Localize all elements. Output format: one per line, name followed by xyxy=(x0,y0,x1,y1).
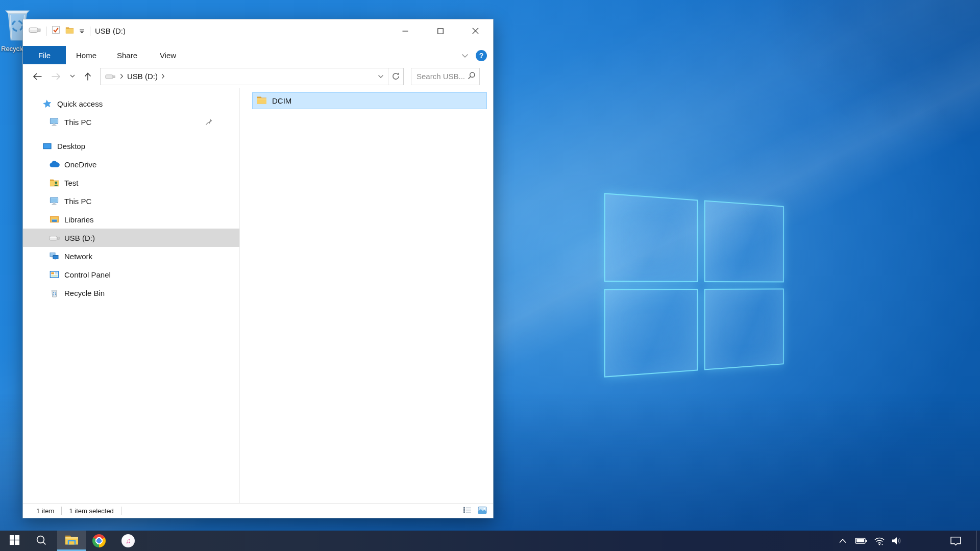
sidebar-item-label: Quick access xyxy=(57,99,103,108)
taskbar-itunes-button[interactable]: ♫ xyxy=(116,531,140,551)
sidebar-item-control-panel[interactable]: Control Panel xyxy=(23,265,239,284)
taskbar-chrome-button[interactable] xyxy=(87,531,111,551)
monitor-icon xyxy=(48,196,60,206)
status-separator xyxy=(121,507,121,515)
window-title: USB (D:) xyxy=(95,27,126,35)
thumbnail-view-icon[interactable] xyxy=(478,506,487,516)
file-explorer-icon xyxy=(65,534,79,548)
control-panel-icon xyxy=(48,270,60,279)
sidebar-item-label: Network xyxy=(64,252,92,261)
sidebar-item-this-pc-pinned[interactable]: This PC xyxy=(23,113,239,131)
windows-logo-pane xyxy=(604,193,698,282)
tab-view[interactable]: View xyxy=(148,46,188,64)
selection-count: 1 item selected xyxy=(69,507,113,515)
sidebar-item-label: Libraries xyxy=(64,215,94,224)
windows-start-icon xyxy=(9,535,20,547)
sidebar-item-recycle-bin[interactable]: Recycle Bin xyxy=(23,284,239,302)
navigation-pane: Quick access This PC xyxy=(23,88,240,503)
breadcrumb-path-segment[interactable]: USB (D:) xyxy=(127,72,158,81)
sidebar-item-usb-d[interactable]: USB (D:) xyxy=(23,229,239,247)
quick-access-toolbar xyxy=(23,26,90,36)
folder-icon xyxy=(257,96,267,106)
usb-drive-icon xyxy=(29,26,41,36)
forward-button[interactable] xyxy=(46,68,66,85)
file-item-name: DCIM xyxy=(272,96,291,105)
tab-home[interactable]: Home xyxy=(66,46,107,64)
toolbar-separator xyxy=(46,27,46,36)
itunes-icon: ♫ xyxy=(121,534,135,547)
customize-qat-chevron-icon[interactable] xyxy=(79,27,85,36)
sidebar-item-test[interactable]: Test xyxy=(23,173,239,192)
onedrive-cloud-icon xyxy=(48,161,60,168)
windows-logo-pane xyxy=(704,288,783,370)
sidebar-item-desktop[interactable]: Desktop xyxy=(23,137,239,155)
tab-file[interactable]: File xyxy=(23,46,66,64)
breadcrumb-chevron-icon[interactable] xyxy=(161,73,165,79)
recycle-bin-icon xyxy=(48,289,60,297)
refresh-icon[interactable] xyxy=(388,68,403,85)
volume-icon[interactable] xyxy=(888,531,905,551)
show-desktop-button[interactable] xyxy=(976,531,980,551)
details-view-icon[interactable] xyxy=(463,506,472,515)
toolbar-separator xyxy=(90,27,90,36)
breadcrumb-chevron-icon[interactable] xyxy=(120,73,124,79)
sidebar-item-quick-access[interactable]: Quick access xyxy=(23,94,239,113)
tray-expand-chevron-icon[interactable] xyxy=(834,531,851,551)
search-icon[interactable] xyxy=(468,71,476,82)
expand-ribbon-chevron-icon[interactable] xyxy=(461,51,469,60)
ribbon-tab-bar: File Home Share View ? xyxy=(23,42,493,64)
taskbar: ♫ xyxy=(0,531,980,551)
properties-checkbox-icon[interactable] xyxy=(52,26,60,36)
network-icon xyxy=(48,252,60,261)
sidebar-item-label: OneDrive xyxy=(64,160,96,169)
taskbar-file-explorer-button[interactable] xyxy=(57,531,86,551)
taskbar-search-button[interactable] xyxy=(29,531,53,551)
usb-drive-icon xyxy=(105,73,115,80)
status-separator xyxy=(61,507,62,515)
close-button[interactable] xyxy=(458,19,493,42)
windows-logo-pane xyxy=(604,289,698,378)
address-dropdown-chevron-icon[interactable] xyxy=(374,68,388,85)
libraries-icon xyxy=(48,215,60,223)
search-input[interactable] xyxy=(415,71,468,81)
music-note-glyph: ♫ xyxy=(126,537,131,545)
pin-icon xyxy=(205,118,213,126)
sidebar-item-network[interactable]: Network xyxy=(23,247,239,265)
sidebar-item-libraries[interactable]: Libraries xyxy=(23,210,239,229)
sidebar-item-onedrive[interactable]: OneDrive xyxy=(23,155,239,173)
sidebar-item-label: Control Panel xyxy=(64,270,111,279)
status-bar: 1 item 1 item selected xyxy=(23,503,493,518)
usb-drive-icon xyxy=(48,235,60,241)
address-bar[interactable]: USB (D:) xyxy=(100,68,404,85)
up-button[interactable] xyxy=(79,68,96,85)
file-item-dcim[interactable]: DCIM xyxy=(252,92,487,109)
sidebar-item-label: Recycle Bin xyxy=(64,289,105,297)
wifi-icon[interactable] xyxy=(871,531,888,551)
sidebar-item-this-pc[interactable]: This PC xyxy=(23,192,239,210)
help-icon[interactable]: ? xyxy=(476,50,487,61)
sidebar-item-label: Test xyxy=(64,179,79,187)
windows-logo-pane xyxy=(704,200,783,282)
recent-locations-chevron-icon[interactable] xyxy=(66,68,79,85)
windows-logo xyxy=(604,193,784,378)
start-button[interactable] xyxy=(2,531,27,551)
sidebar-item-label: This PC xyxy=(64,118,91,127)
quick-access-star-icon xyxy=(41,99,53,109)
title-bar[interactable]: USB (D:) xyxy=(23,19,493,42)
new-folder-icon[interactable] xyxy=(65,27,74,36)
item-count: 1 item xyxy=(36,507,54,515)
sidebar-item-label: USB (D:) xyxy=(64,234,95,242)
monitor-icon xyxy=(48,117,60,127)
search-box xyxy=(411,68,480,85)
maximize-button[interactable] xyxy=(423,19,458,42)
action-center-icon[interactable] xyxy=(943,531,968,551)
minimize-button[interactable] xyxy=(387,19,423,42)
chrome-icon xyxy=(92,534,106,547)
desktop-icon xyxy=(41,141,53,151)
search-icon xyxy=(35,534,47,548)
tab-share[interactable]: Share xyxy=(107,46,148,64)
battery-icon[interactable] xyxy=(852,531,870,551)
window-controls xyxy=(387,19,493,42)
sidebar-item-label: This PC xyxy=(64,197,91,206)
back-button[interactable] xyxy=(28,68,46,85)
